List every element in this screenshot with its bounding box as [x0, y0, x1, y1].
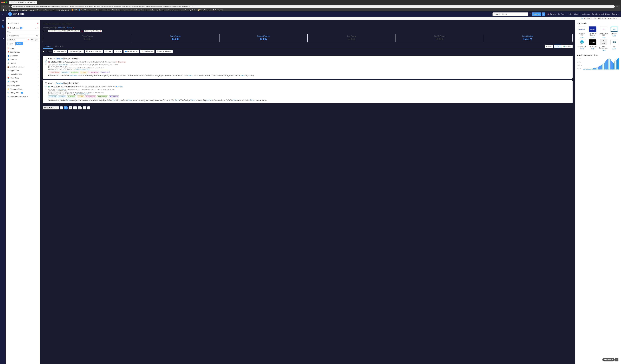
tag-abstract-2[interactable]: ◻ Abstract: [67, 95, 76, 98]
sidebar-item-inventors[interactable]: 👤Inventors ›: [6, 58, 40, 61]
nav-about[interactable]: About ▾: [574, 13, 580, 15]
export-button[interactable]: ↑ Export: [114, 50, 122, 53]
applicant-lg[interactable]: LG Lg Electronics INC 2,250: [599, 26, 608, 38]
search-button[interactable]: Search: [532, 13, 541, 16]
sidebar-item-applicants[interactable]: 👤Applicants ›: [6, 54, 40, 58]
date-range-filter[interactable]: 📅 Date Range 1 ▲ ✕: [6, 26, 40, 30]
reload-button[interactable]: ↻: [8, 5, 10, 8]
logo[interactable]: L LENS.ORG: [8, 12, 25, 16]
family-options-button[interactable]: 👥 Family Options: [123, 50, 139, 53]
stats-next-button[interactable]: ›: [572, 34, 572, 42]
bookmark-social[interactable]: ⬛ Social Licence | S...: [134, 9, 149, 11]
filter-info-icon[interactable]: ℹ: [18, 23, 19, 25]
search-input[interactable]: [493, 13, 528, 16]
bookmark-aws[interactable]: 🔶 AWS: [72, 9, 77, 11]
bookmark-apps[interactable]: 📑 Apps: [2, 9, 8, 11]
sidebar-item-document-family[interactable]: 📁Document Family ›: [6, 87, 40, 91]
info-icon[interactable]: ℹ: [2, 31, 4, 34]
tag-discontinued-1[interactable]: ✦ Discontinued: [48, 71, 60, 73]
search-dropdown-button[interactable]: ▾: [542, 13, 545, 16]
applicant-intel[interactable]: intel Intel Corp 1,520: [609, 26, 619, 38]
url-bar[interactable]: [11, 5, 615, 8]
forward-button[interactable]: ›: [5, 5, 7, 8]
tag-published-2[interactable]: ✦ Published: [109, 95, 119, 98]
hide-query-details-btn[interactable]: 🔍 Hide Query Details: [581, 18, 597, 19]
scroll-top-button[interactable]: ▲: [615, 358, 619, 362]
expand-dot[interactable]: [6, 1, 7, 3]
tag-published-1[interactable]: ✦ Published: [100, 71, 110, 73]
bookmark-reading[interactable]: 📖 Reading List: [213, 9, 223, 11]
view-list-button[interactable]: ≡ List: [554, 45, 561, 48]
date-from-input[interactable]: [7, 38, 27, 41]
applicant-ibm[interactable]: IBM Ibm 1,045: [609, 39, 619, 51]
patent-title-2[interactable]: Cloning Drones Using Blockchain: [48, 82, 570, 84]
tag-claim-1[interactable]: ◻ Claim: [80, 71, 87, 73]
remove-stemming-icon[interactable]: ⊗: [100, 30, 101, 32]
prev-page-button[interactable]: ‹: [60, 106, 63, 110]
tab-close-icon[interactable]: ✕: [34, 2, 35, 3]
remove-date-filter-icon[interactable]: ⊗: [81, 30, 83, 32]
remove-query-icon[interactable]: ⊘: [73, 27, 75, 29]
sidebar-item-cited-works[interactable]: 📚Cited Works ›: [6, 76, 40, 80]
app-link-1[interactable]: 2019162262494: [58, 64, 68, 65]
results-per-page-select[interactable]: Show 10 Results Show 25 Results Show 50 …: [43, 106, 59, 110]
home-icon[interactable]: ⌂: [1, 13, 4, 16]
date-to-input[interactable]: [30, 38, 40, 41]
search-help-icon[interactable]: ?: [529, 13, 531, 15]
share-button[interactable]: ⬡ Share: [104, 50, 113, 53]
bookmark-digital[interactable]: 🔷 Digital Products,...: [79, 9, 92, 11]
check-all[interactable]: ✓ Expand: [43, 50, 52, 52]
back-button[interactable]: ‹: [2, 5, 4, 8]
sidebar-item-legal-status[interactable]: ⚖Legal Status ›: [6, 69, 40, 72]
close-dot[interactable]: [1, 1, 3, 3]
bookmark-email[interactable]: ✉ Email - Paul Oldha...: [35, 9, 50, 11]
new-tab-button[interactable]: +: [37, 1, 41, 3]
more-icon[interactable]: ⋯: [1, 36, 5, 40]
bookmark-access[interactable]: ⬛ Access and benef...: [118, 9, 133, 11]
nav-pricing[interactable]: Pricing: [568, 13, 572, 15]
date-remove-icon[interactable]: ✕: [37, 27, 38, 29]
feedback-button[interactable]: 💬 Feedback: [602, 358, 615, 362]
nav-ourapps[interactable]: Our Apps ▾: [558, 13, 566, 15]
customise-list-button[interactable]: ≡ Customise List: [53, 50, 67, 53]
minimize-dot[interactable]: [3, 1, 5, 3]
sidebar-item-flags[interactable]: 🚩Flags ›: [6, 47, 40, 50]
sort-by-relevance-button[interactable]: ⇅ Sort by Relevance: [156, 50, 173, 53]
applicant-samsung[interactable]: SAMSUNG Samsung Electro... 2,871: [588, 26, 597, 38]
sidebar-item-biologicals[interactable]: 🧬Biologicals ›: [6, 80, 40, 83]
sidebar-item-query-tools[interactable]: 🔍Query Tools 1 ›: [6, 91, 40, 95]
sidebar-item-new-structured[interactable]: 🔍New Structured Search ›: [6, 95, 40, 98]
sidebar-item-owners[interactable]: 🏢Owners ›: [6, 61, 40, 65]
bookmark-passenger2[interactable]: ⬛ Passenger Locato...: [166, 9, 181, 11]
patent-select-2[interactable]: [45, 82, 47, 84]
nav-support[interactable]: Support ▾: [612, 13, 619, 15]
active-tab[interactable]: Lens Patent Search: drone OR... ✕: [9, 1, 37, 4]
patent-select-1[interactable]: [45, 58, 47, 60]
tag-pending-2[interactable]: ✦ Pending: [48, 95, 57, 98]
page-3-button[interactable]: 3: [73, 106, 77, 110]
home-breadcrumb-icon[interactable]: ⌂: [8, 17, 9, 20]
save-as-query-button[interactable]: 💾 Save as Query: [68, 50, 84, 53]
tab-patents[interactable]: Patents: [43, 44, 53, 49]
chevron-up-icon[interactable]: ▲: [35, 27, 36, 29]
applicant-qualcomm[interactable]: QUALCOMM Qualcomm INC 10,301: [577, 26, 587, 38]
search-icon[interactable]: ◎: [1, 18, 4, 22]
page-4-button[interactable]: 4: [78, 106, 82, 110]
nav-english[interactable]: 🇬🇧 English ▾: [548, 13, 556, 15]
bookmark-manuscript[interactable]: ⬛ Manuscript Revis...: [182, 9, 197, 11]
tab-cited-works[interactable]: Cited Works: [53, 44, 66, 49]
bookmark-button[interactable]: ☆: [616, 5, 619, 8]
tag-fulltext-1[interactable]: ≡ Full text: [61, 71, 69, 73]
sidebar-item-classifications[interactable]: ⊞Classifications ›: [6, 83, 40, 87]
date-type-select[interactable]: Published Date: [7, 34, 38, 37]
select-all-checkbox[interactable]: [43, 51, 44, 52]
applicant-sony[interactable]: SONY Sony Corp 1,094: [588, 39, 597, 51]
search-scholar-btn[interactable]: Search Scholar: [608, 18, 619, 19]
page-5-button[interactable]: 5: [83, 106, 86, 110]
filter-reset-button[interactable]: ✕: [36, 22, 38, 25]
save-as-collection-button[interactable]: 💾 Save as Collection: [85, 50, 103, 53]
hide-analysis-button[interactable]: 📊 Hide Analysis: [140, 50, 154, 53]
view-table-button[interactable]: ⊞ Table: [545, 45, 553, 48]
tag-citedworks-2[interactable]: ✦ Cited Works: [97, 95, 108, 98]
page-1-button[interactable]: 1: [64, 106, 68, 110]
